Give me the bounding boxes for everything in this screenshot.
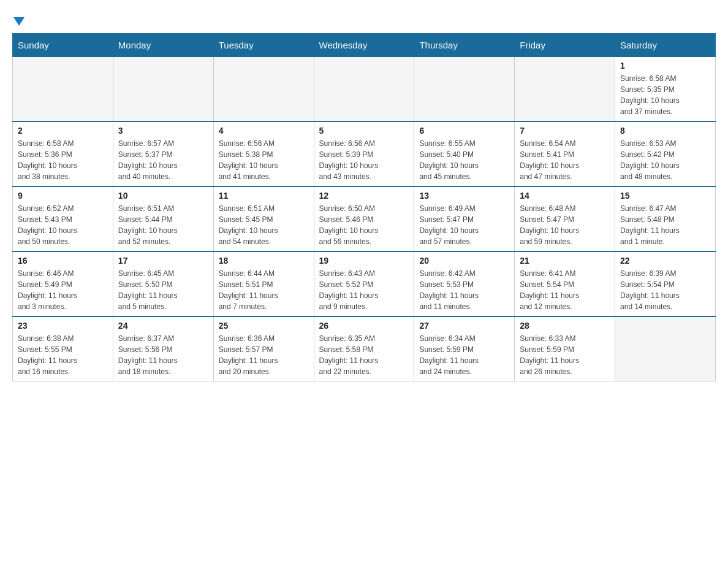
- calendar-cell: 25Sunrise: 6:36 AM Sunset: 5:57 PM Dayli…: [213, 316, 314, 381]
- calendar-cell: 13Sunrise: 6:49 AM Sunset: 5:47 PM Dayli…: [414, 186, 515, 251]
- day-number: 2: [18, 126, 108, 136]
- calendar-cell: 19Sunrise: 6:43 AM Sunset: 5:52 PM Dayli…: [314, 251, 414, 316]
- calendar-cell: 28Sunrise: 6:33 AM Sunset: 5:59 PM Dayli…: [515, 316, 615, 381]
- calendar-cell: [615, 316, 716, 381]
- day-info: Sunrise: 6:38 AM Sunset: 5:55 PM Dayligh…: [18, 333, 108, 377]
- weekday-header-saturday: Saturday: [615, 34, 716, 57]
- day-number: 11: [219, 191, 309, 201]
- calendar-cell: 18Sunrise: 6:44 AM Sunset: 5:51 PM Dayli…: [213, 251, 314, 316]
- day-number: 26: [319, 321, 409, 331]
- weekday-header-wednesday: Wednesday: [314, 34, 414, 57]
- day-info: Sunrise: 6:47 AM Sunset: 5:48 PM Dayligh…: [620, 203, 710, 247]
- day-info: Sunrise: 6:49 AM Sunset: 5:47 PM Dayligh…: [419, 203, 509, 247]
- calendar-week-row: 2Sunrise: 6:58 AM Sunset: 5:36 PM Daylig…: [13, 121, 716, 186]
- day-info: Sunrise: 6:48 AM Sunset: 5:47 PM Dayligh…: [520, 203, 610, 247]
- logo-triangle-icon: [13, 17, 25, 26]
- day-number: 6: [419, 126, 509, 136]
- calendar-cell: 3Sunrise: 6:57 AM Sunset: 5:37 PM Daylig…: [113, 121, 213, 186]
- calendar-cell: 16Sunrise: 6:46 AM Sunset: 5:49 PM Dayli…: [13, 251, 113, 316]
- calendar-cell: 15Sunrise: 6:47 AM Sunset: 5:48 PM Dayli…: [615, 186, 716, 251]
- day-info: Sunrise: 6:58 AM Sunset: 5:36 PM Dayligh…: [18, 138, 108, 182]
- calendar-cell: 9Sunrise: 6:52 AM Sunset: 5:43 PM Daylig…: [13, 186, 113, 251]
- calendar-cell: [13, 57, 113, 122]
- day-info: Sunrise: 6:33 AM Sunset: 5:59 PM Dayligh…: [520, 333, 610, 377]
- day-info: Sunrise: 6:43 AM Sunset: 5:52 PM Dayligh…: [319, 268, 409, 312]
- day-number: 16: [18, 256, 108, 266]
- calendar-cell: [213, 57, 314, 122]
- day-info: Sunrise: 6:35 AM Sunset: 5:58 PM Dayligh…: [319, 333, 409, 377]
- page-header: [12, 12, 716, 27]
- day-info: Sunrise: 6:56 AM Sunset: 5:39 PM Dayligh…: [319, 138, 409, 182]
- calendar-cell: 6Sunrise: 6:55 AM Sunset: 5:40 PM Daylig…: [414, 121, 515, 186]
- calendar-cell: 14Sunrise: 6:48 AM Sunset: 5:47 PM Dayli…: [515, 186, 615, 251]
- weekday-header-tuesday: Tuesday: [213, 34, 314, 57]
- day-info: Sunrise: 6:42 AM Sunset: 5:53 PM Dayligh…: [419, 268, 509, 312]
- day-info: Sunrise: 6:51 AM Sunset: 5:44 PM Dayligh…: [118, 203, 208, 247]
- day-info: Sunrise: 6:45 AM Sunset: 5:50 PM Dayligh…: [118, 268, 208, 312]
- calendar-cell: 27Sunrise: 6:34 AM Sunset: 5:59 PM Dayli…: [414, 316, 515, 381]
- day-number: 27: [419, 321, 509, 331]
- calendar-cell: 24Sunrise: 6:37 AM Sunset: 5:56 PM Dayli…: [113, 316, 213, 381]
- weekday-header-monday: Monday: [113, 34, 213, 57]
- day-number: 28: [520, 321, 610, 331]
- calendar-cell: [414, 57, 515, 122]
- day-number: 24: [118, 321, 208, 331]
- calendar-cell: 4Sunrise: 6:56 AM Sunset: 5:38 PM Daylig…: [213, 121, 314, 186]
- weekday-header-friday: Friday: [515, 34, 615, 57]
- calendar-week-row: 23Sunrise: 6:38 AM Sunset: 5:55 PM Dayli…: [13, 316, 716, 381]
- day-number: 7: [520, 126, 610, 136]
- calendar-week-row: 1Sunrise: 6:58 AM Sunset: 5:35 PM Daylig…: [13, 57, 716, 122]
- logo: [12, 18, 25, 27]
- day-info: Sunrise: 6:41 AM Sunset: 5:54 PM Dayligh…: [520, 268, 610, 312]
- day-number: 19: [319, 256, 409, 266]
- day-number: 18: [219, 256, 309, 266]
- day-info: Sunrise: 6:57 AM Sunset: 5:37 PM Dayligh…: [118, 138, 208, 182]
- calendar-cell: 21Sunrise: 6:41 AM Sunset: 5:54 PM Dayli…: [515, 251, 615, 316]
- calendar-header-row: SundayMondayTuesdayWednesdayThursdayFrid…: [13, 34, 716, 57]
- day-info: Sunrise: 6:36 AM Sunset: 5:57 PM Dayligh…: [219, 333, 309, 377]
- day-number: 22: [620, 256, 710, 266]
- calendar-cell: [314, 57, 414, 122]
- day-number: 10: [118, 191, 208, 201]
- day-info: Sunrise: 6:39 AM Sunset: 5:54 PM Dayligh…: [620, 268, 710, 312]
- day-info: Sunrise: 6:34 AM Sunset: 5:59 PM Dayligh…: [419, 333, 509, 377]
- weekday-header-thursday: Thursday: [414, 34, 515, 57]
- calendar-week-row: 16Sunrise: 6:46 AM Sunset: 5:49 PM Dayli…: [13, 251, 716, 316]
- calendar-cell: 11Sunrise: 6:51 AM Sunset: 5:45 PM Dayli…: [213, 186, 314, 251]
- day-info: Sunrise: 6:53 AM Sunset: 5:42 PM Dayligh…: [620, 138, 710, 182]
- day-info: Sunrise: 6:52 AM Sunset: 5:43 PM Dayligh…: [18, 203, 108, 247]
- day-number: 23: [18, 321, 108, 331]
- calendar-cell: 1Sunrise: 6:58 AM Sunset: 5:35 PM Daylig…: [615, 57, 716, 122]
- day-info: Sunrise: 6:46 AM Sunset: 5:49 PM Dayligh…: [18, 268, 108, 312]
- calendar-cell: 17Sunrise: 6:45 AM Sunset: 5:50 PM Dayli…: [113, 251, 213, 316]
- calendar-cell: 2Sunrise: 6:58 AM Sunset: 5:36 PM Daylig…: [13, 121, 113, 186]
- day-number: 12: [319, 191, 409, 201]
- day-number: 15: [620, 191, 710, 201]
- day-number: 5: [319, 126, 409, 136]
- day-info: Sunrise: 6:44 AM Sunset: 5:51 PM Dayligh…: [219, 268, 309, 312]
- day-info: Sunrise: 6:58 AM Sunset: 5:35 PM Dayligh…: [620, 73, 710, 117]
- day-number: 25: [219, 321, 309, 331]
- day-info: Sunrise: 6:56 AM Sunset: 5:38 PM Dayligh…: [219, 138, 309, 182]
- weekday-header-sunday: Sunday: [13, 34, 113, 57]
- day-info: Sunrise: 6:50 AM Sunset: 5:46 PM Dayligh…: [319, 203, 409, 247]
- calendar-cell: 10Sunrise: 6:51 AM Sunset: 5:44 PM Dayli…: [113, 186, 213, 251]
- calendar-cell: 8Sunrise: 6:53 AM Sunset: 5:42 PM Daylig…: [615, 121, 716, 186]
- calendar-table: SundayMondayTuesdayWednesdayThursdayFrid…: [12, 33, 716, 381]
- day-number: 4: [219, 126, 309, 136]
- day-number: 9: [18, 191, 108, 201]
- day-info: Sunrise: 6:37 AM Sunset: 5:56 PM Dayligh…: [118, 333, 208, 377]
- day-number: 3: [118, 126, 208, 136]
- calendar-cell: 26Sunrise: 6:35 AM Sunset: 5:58 PM Dayli…: [314, 316, 414, 381]
- calendar-cell: 12Sunrise: 6:50 AM Sunset: 5:46 PM Dayli…: [314, 186, 414, 251]
- day-number: 21: [520, 256, 610, 266]
- calendar-cell: 23Sunrise: 6:38 AM Sunset: 5:55 PM Dayli…: [13, 316, 113, 381]
- calendar-cell: [515, 57, 615, 122]
- day-info: Sunrise: 6:54 AM Sunset: 5:41 PM Dayligh…: [520, 138, 610, 182]
- calendar-week-row: 9Sunrise: 6:52 AM Sunset: 5:43 PM Daylig…: [13, 186, 716, 251]
- day-info: Sunrise: 6:51 AM Sunset: 5:45 PM Dayligh…: [219, 203, 309, 247]
- day-number: 14: [520, 191, 610, 201]
- day-info: Sunrise: 6:55 AM Sunset: 5:40 PM Dayligh…: [419, 138, 509, 182]
- calendar-cell: [113, 57, 213, 122]
- calendar-cell: 7Sunrise: 6:54 AM Sunset: 5:41 PM Daylig…: [515, 121, 615, 186]
